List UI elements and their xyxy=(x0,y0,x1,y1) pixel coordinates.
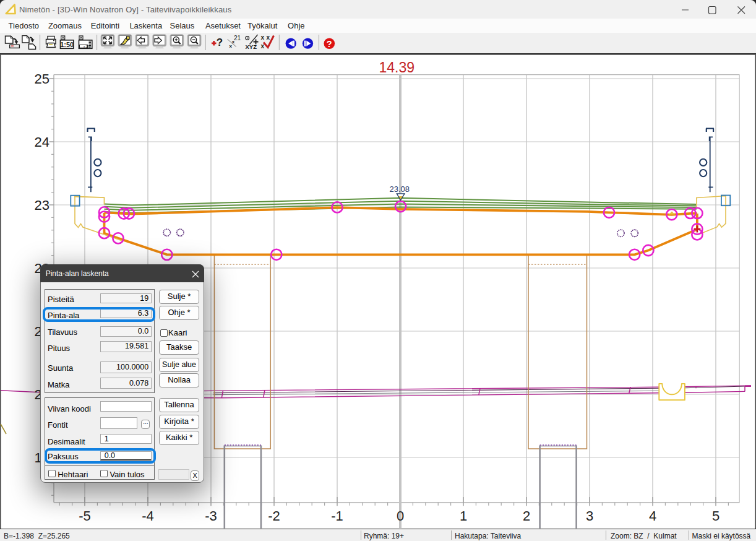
svg-text:-2: -2 xyxy=(268,508,280,524)
svg-text:-1: -1 xyxy=(331,508,343,524)
svg-text:21: 21 xyxy=(234,35,241,41)
svg-text:-3: -3 xyxy=(205,508,217,524)
svg-text:XYZ: XYZ xyxy=(246,43,257,50)
svg-text:-5: -5 xyxy=(79,508,91,524)
svg-text:0: 0 xyxy=(397,508,404,524)
svg-text:4: 4 xyxy=(649,508,656,524)
svg-text:5: 5 xyxy=(712,508,719,524)
svg-text:14.39: 14.39 xyxy=(379,59,415,76)
svg-text:x: x xyxy=(261,34,265,41)
svg-text:x 100: x 100 xyxy=(84,45,91,48)
svg-text:23: 23 xyxy=(35,197,49,213)
svg-text:24: 24 xyxy=(35,134,49,150)
svg-text:?: ? xyxy=(217,37,223,48)
svg-text:25: 25 xyxy=(35,71,49,87)
svg-text:-4: -4 xyxy=(142,508,154,524)
svg-text:1:50: 1:50 xyxy=(60,41,74,48)
svg-text:3: 3 xyxy=(586,508,593,524)
svg-text:x: x xyxy=(267,34,270,41)
svg-text:23.08: 23.08 xyxy=(389,184,410,194)
svg-text:2: 2 xyxy=(523,508,530,524)
svg-text:?: ? xyxy=(327,39,332,49)
svg-text:1: 1 xyxy=(460,508,467,524)
